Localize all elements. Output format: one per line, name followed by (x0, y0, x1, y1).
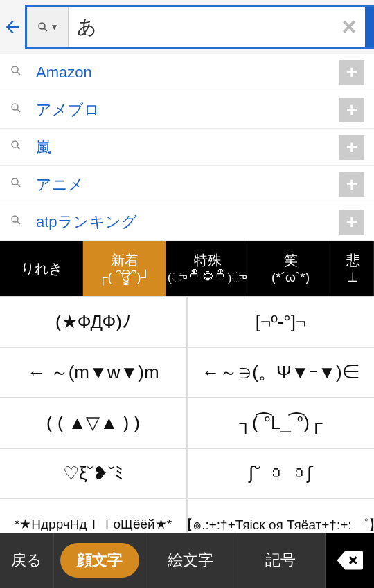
search-icon (10, 139, 28, 155)
search-icon (10, 214, 28, 230)
tab-label: 特殊 (194, 251, 222, 269)
search-bar: ▼ × 検索 (0, 0, 374, 54)
suggestion-item[interactable]: アニメ + (0, 166, 374, 203)
svg-point-4 (12, 104, 18, 110)
kaomoji-item[interactable]: ← ～(m▼w▼)m (0, 348, 186, 397)
plus-icon: + (346, 174, 357, 196)
clear-button[interactable]: × (333, 7, 365, 47)
kao-tab-laugh[interactable]: 笑 (*´ω`*) (249, 241, 332, 296)
search-icon (10, 102, 28, 118)
svg-point-6 (12, 141, 18, 147)
kaomoji-item[interactable]: (★ФДФ)ﾉ (0, 297, 186, 347)
suggestion-label: Amazon (28, 64, 339, 82)
back-arrow-icon (3, 17, 22, 37)
kao-tab-sad[interactable]: 悲 ⊥ (332, 241, 374, 296)
kaomoji-grid: (★ФДФ)ﾉ [¬º-°]¬ ← ～(m▼w▼)m ←～∋(。Ψ▼ｰ▼)∈ (… (0, 296, 374, 549)
emoji-mode-button[interactable]: 絵文字 (145, 533, 235, 588)
plus-icon: + (346, 136, 357, 158)
kaomoji-item[interactable]: ( ( ▲▽▲ ) ) (0, 398, 186, 448)
backspace-button[interactable] (326, 533, 374, 588)
add-button[interactable]: + (339, 60, 364, 85)
search-icon (10, 176, 28, 192)
tab-sample: (ு꒪͒۝꒪͒)ு (168, 269, 247, 286)
kaomoji-item[interactable]: ♡ξˇ❥ˇﾐ (0, 449, 186, 498)
suggestion-item[interactable]: Amazon + (0, 54, 374, 91)
kao-tab-special[interactable]: 特殊 (ு꒪͒۝꒪͒)ு (166, 241, 249, 296)
svg-line-9 (17, 184, 20, 187)
svg-line-5 (17, 109, 20, 112)
keyboard-bottom-bar: 戻る 顔文字 絵文字 記号 (0, 533, 374, 588)
search-input[interactable] (69, 7, 333, 47)
tab-label: 新着 (111, 251, 139, 269)
plus-icon: + (346, 99, 357, 121)
suggestion-item[interactable]: atpランキング + (0, 203, 374, 241)
search-icon (10, 64, 28, 80)
svg-point-2 (12, 66, 18, 73)
suggestion-item[interactable]: アメブロ + (0, 91, 374, 129)
svg-line-1 (44, 28, 47, 31)
kaomoji-pill: 顔文字 (60, 543, 139, 578)
svg-point-0 (39, 23, 45, 29)
search-container: ▼ × 検索 (25, 5, 374, 49)
suggestion-label: アメブロ (28, 100, 339, 120)
search-icon (37, 21, 49, 33)
tab-sample: (*´ω`*) (271, 269, 310, 286)
kaomoji-item[interactable]: ←～∋(。Ψ▼ｰ▼)∈ (188, 348, 374, 397)
back-key[interactable]: 戻る (0, 533, 54, 588)
tab-label: 悲 (346, 251, 360, 269)
add-button[interactable]: + (339, 210, 364, 235)
svg-line-3 (17, 72, 20, 75)
search-button[interactable]: 検索 (365, 7, 374, 47)
search-category-dropdown[interactable]: ▼ (27, 7, 69, 47)
chevron-down-icon: ▼ (51, 22, 59, 32)
plus-icon: + (346, 62, 357, 84)
svg-line-11 (17, 221, 20, 224)
suggestions-list: Amazon + アメブロ + 嵐 + アニメ + atpランキング + (0, 54, 374, 241)
tab-label: 笑 (284, 251, 298, 269)
tab-sample: ┌( ՞ਊ՞)┘ (98, 269, 150, 286)
close-icon: × (341, 12, 356, 42)
kao-tab-history[interactable]: りれき (0, 241, 83, 296)
kao-tab-new[interactable]: 新着 ┌( ՞ਊ՞)┘ (83, 241, 166, 296)
tab-sample: ⊥ (347, 269, 359, 286)
svg-point-10 (12, 216, 18, 222)
kaomoji-item[interactable]: ʃ˘ ౩ ౩ʃ (188, 449, 374, 498)
suggestion-item[interactable]: 嵐 + (0, 129, 374, 166)
tab-label: りれき (21, 259, 62, 277)
backspace-icon (337, 547, 363, 573)
suggestion-label: 嵐 (28, 137, 339, 158)
add-button[interactable]: + (339, 172, 364, 197)
add-button[interactable]: + (339, 135, 364, 160)
symbol-mode-button[interactable]: 記号 (235, 533, 326, 588)
kaomoji-item[interactable]: ┐( ͡°L_ ͡°)┌ (188, 398, 374, 448)
suggestion-label: atpランキング (28, 212, 339, 232)
add-button[interactable]: + (339, 98, 364, 122)
kaomoji-tabs: りれき 新着 ┌( ՞ਊ՞)┘ 特殊 (ு꒪͒۝꒪͒)ு 笑 (*´ω`*) 悲… (0, 241, 374, 296)
svg-point-8 (12, 178, 18, 185)
svg-line-7 (17, 147, 20, 149)
kaomoji-item[interactable]: [¬º-°]¬ (188, 297, 374, 347)
back-button[interactable] (3, 6, 22, 48)
kaomoji-mode-button[interactable]: 顔文字 (54, 533, 145, 588)
suggestion-label: アニメ (28, 174, 339, 195)
plus-icon: + (346, 211, 357, 233)
